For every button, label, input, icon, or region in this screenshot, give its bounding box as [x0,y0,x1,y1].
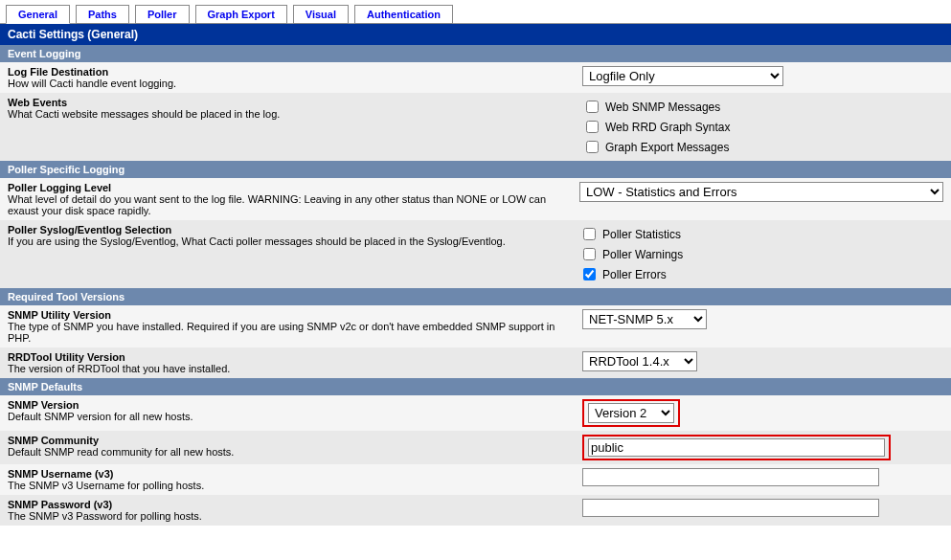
snmp-version-select[interactable]: Version 2 [588,403,674,423]
section-event-logging: Event Logging [0,45,951,62]
row-snmp-password: SNMP Password (v3) The SNMP v3 Password … [0,495,951,526]
web-events-title: Web Events [8,97,67,108]
snmp-community-title: SNMP Community [8,435,99,446]
tab-authentication[interactable]: Authentication [354,5,453,24]
poller-logging-level-title: Poller Logging Level [8,182,111,193]
web-snmp-messages-label: Web SNMP Messages [605,101,720,114]
row-poller-logging-level: Poller Logging Level What level of detai… [0,178,951,220]
snmp-password-desc: The SNMP v3 Password for polling hosts. [8,510,202,522]
section-poller-logging: Poller Specific Logging [0,161,951,178]
poller-statistics-label: Poller Statistics [602,228,681,241]
snmp-community-highlight [582,435,891,460]
tab-paths[interactable]: Paths [76,5,129,24]
log-destination-title: Log File Destination [8,66,108,78]
poller-syslog-title: Poller Syslog/Eventlog Selection [8,224,171,235]
tab-visual[interactable]: Visual [293,5,349,24]
snmp-version-desc: Default SNMP version for all new hosts. [8,411,193,422]
snmp-utility-version-desc: The type of SNMP you have installed. Req… [8,321,555,344]
section-required-tools: Required Tool Versions [0,288,951,305]
snmp-username-title: SNMP Username (v3) [8,468,113,480]
graph-export-messages-checkbox[interactable] [586,141,599,153]
web-rrd-graph-syntax-checkbox[interactable] [586,121,599,133]
poller-warnings-checkbox[interactable] [583,248,596,260]
poller-warnings-label: Poller Warnings [602,248,683,261]
poller-logging-level-select[interactable]: LOW - Statistics and Errors [579,182,943,202]
snmp-password-input[interactable] [582,499,879,517]
poller-errors-label: Poller Errors [602,268,667,281]
tab-graph-export[interactable]: Graph Export [195,5,287,24]
tab-poller[interactable]: Poller [135,5,190,24]
row-poller-syslog: Poller Syslog/Eventlog Selection If you … [0,220,951,288]
poller-logging-level-desc: What level of detail do you want sent to… [8,193,546,216]
snmp-community-desc: Default SNMP read community for all new … [8,446,234,458]
row-snmp-utility-version: SNMP Utility Version The type of SNMP yo… [0,305,951,347]
poller-syslog-desc: If you are using the Syslog/Eventlog, Wh… [8,235,506,247]
row-web-events: Web Events What Cacti website messages s… [0,93,951,161]
tab-general[interactable]: General [6,5,70,24]
web-snmp-messages-checkbox[interactable] [586,101,599,113]
section-snmp-defaults: SNMP Defaults [0,378,951,395]
graph-export-messages-label: Graph Export Messages [605,141,729,154]
row-snmp-username: SNMP Username (v3) The SNMP v3 Username … [0,464,951,495]
row-rrdtool-utility-version: RRDTool Utility Version The version of R… [0,347,951,378]
row-snmp-community: SNMP Community Default SNMP read communi… [0,431,951,464]
row-snmp-version: SNMP Version Default SNMP version for al… [0,395,951,431]
poller-statistics-checkbox[interactable] [583,228,596,240]
snmp-username-desc: The SNMP v3 Username for polling hosts. [8,480,204,491]
poller-errors-checkbox[interactable] [583,268,596,280]
snmp-community-input[interactable] [588,438,885,457]
page-title: Cacti Settings (General) [0,24,951,45]
web-rrd-graph-syntax-label: Web RRD Graph Syntax [605,121,731,134]
snmp-utility-version-select[interactable]: NET-SNMP 5.x [582,309,707,329]
tabs-bar: General Paths Poller Graph Export Visual… [0,0,951,24]
snmp-username-input[interactable] [582,468,879,486]
snmp-password-title: SNMP Password (v3) [8,499,112,510]
web-events-desc: What Cacti website messages should be pl… [8,108,280,120]
snmp-utility-version-title: SNMP Utility Version [8,309,111,321]
rrdtool-utility-version-title: RRDTool Utility Version [8,351,125,363]
snmp-version-title: SNMP Version [8,399,79,411]
rrdtool-utility-version-desc: The version of RRDTool that you have ins… [8,363,230,374]
snmp-version-highlight: Version 2 [582,399,680,427]
row-log-destination: Log File Destination How will Cacti hand… [0,62,951,93]
rrdtool-utility-version-select[interactable]: RRDTool 1.4.x [582,351,697,371]
log-destination-select[interactable]: Logfile Only [582,66,783,86]
log-destination-desc: How will Cacti handle event logging. [8,78,176,89]
